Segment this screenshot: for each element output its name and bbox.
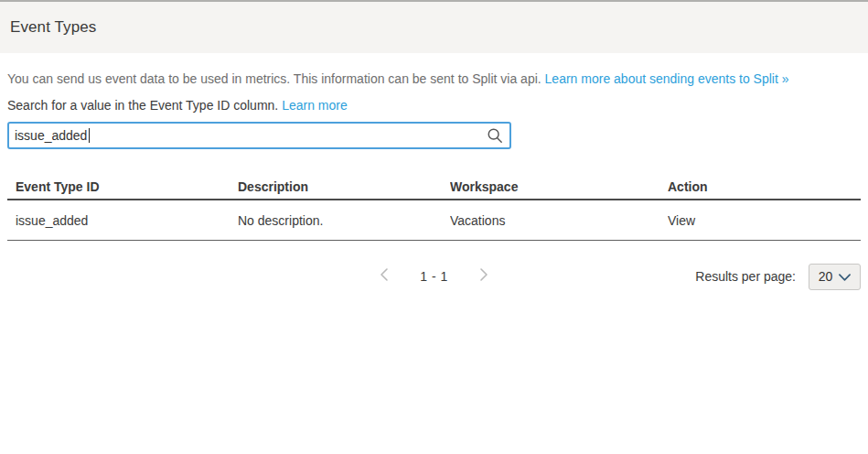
intro-text: You can send us event data to be used in… (7, 70, 861, 87)
search-label-text: Search for a value in the Event Type ID … (7, 98, 282, 113)
cell-workspace: Vacations (450, 213, 668, 228)
results-per-page: Results per page: 20 (695, 263, 861, 290)
page-header: Event Types (0, 2, 868, 53)
results-per-page-label: Results per page: (695, 269, 796, 284)
results-per-page-select[interactable]: 20 (809, 264, 861, 290)
search-input[interactable] (7, 122, 511, 149)
column-header-description: Description (238, 179, 450, 194)
previous-page-button[interactable] (379, 269, 390, 284)
view-action[interactable]: View (668, 213, 861, 228)
column-header-action: Action (668, 179, 861, 194)
learn-more-events-link[interactable]: Learn more about sending events to Split… (545, 71, 789, 86)
chevron-right-icon (479, 267, 488, 286)
column-header-workspace: Workspace (450, 179, 668, 194)
column-header-event-type-id: Event Type ID (16, 179, 238, 194)
learn-more-link[interactable]: Learn more (282, 98, 348, 113)
chevron-left-icon (380, 267, 389, 286)
page-range: 1 - 1 (420, 269, 448, 284)
pagination-band: 1 - 1 Results per page: 20 (7, 263, 861, 290)
main-content: You can send us event data to be used in… (0, 70, 868, 290)
text-cursor (89, 128, 90, 143)
chevron-down-icon (839, 269, 851, 284)
results-per-page-value: 20 (819, 269, 833, 284)
cell-description: No description. (238, 213, 450, 228)
page-title: Event Types (10, 18, 96, 37)
cell-event-type-id: issue_added (16, 213, 238, 228)
search-icon[interactable] (487, 127, 503, 144)
intro-description: You can send us event data to be used in… (7, 71, 545, 86)
search-field-wrapper (7, 122, 511, 149)
next-page-button[interactable] (478, 269, 489, 284)
table-row: issue_added No description. Vacations Vi… (7, 200, 861, 241)
event-types-table: Event Type ID Description Workspace Acti… (7, 174, 861, 241)
table-header-row: Event Type ID Description Workspace Acti… (7, 174, 861, 200)
search-label: Search for a value in the Event Type ID … (7, 97, 861, 114)
